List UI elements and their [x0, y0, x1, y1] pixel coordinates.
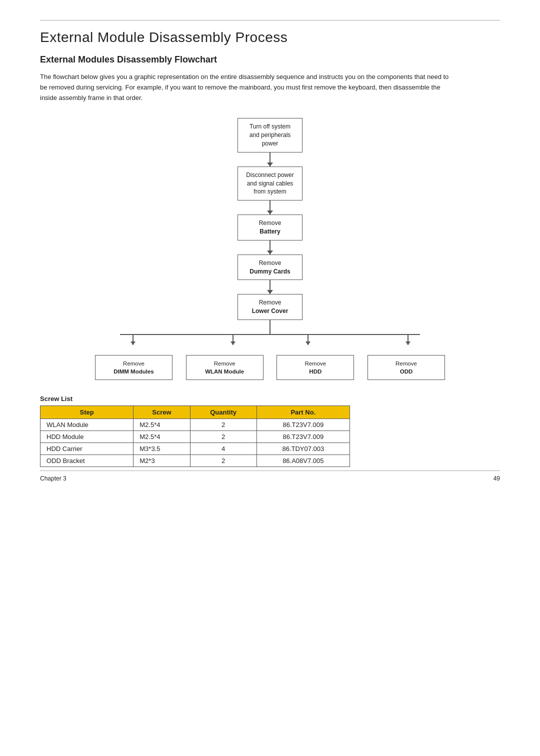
table-cell: 86.A08V7.005 — [256, 455, 350, 467]
table-cell: M2*3 — [134, 455, 190, 467]
page-title: External Module Disassembly Process — [40, 30, 500, 46]
description: The flowchart below gives you a graphic … — [40, 72, 450, 103]
branch-stem — [270, 320, 270, 334]
branch-hline — [120, 334, 420, 335]
screw-list-section: Screw List Step Screw Quantity Part No. … — [40, 395, 500, 467]
branch-section: Remove DIMM Modules Remove WLAN Module R… — [40, 320, 500, 380]
page: External Module Disassembly Process Exte… — [0, 0, 540, 497]
arrow4 — [270, 280, 270, 294]
branch-arrow-dimm — [132, 334, 134, 345]
branch-arrow-wlan — [232, 334, 234, 345]
table-cell: 86.T23V7.009 — [256, 419, 350, 431]
step3-box: Remove Battery — [238, 214, 302, 240]
table-cell: M2.5*4 — [134, 419, 190, 431]
footer-left: Chapter 3 — [40, 475, 66, 482]
table-row: WLAN ModuleM2.5*4286.T23V7.009 — [40, 419, 350, 431]
branch-wlan: Remove WLAN Module — [186, 355, 264, 380]
col-screw: Screw — [134, 406, 190, 419]
arrow1 — [270, 152, 270, 166]
step2-text: Disconnect power and signal cables from … — [246, 172, 294, 196]
table-row: ODD BracketM2*3286.A08V7.005 — [40, 455, 350, 467]
table-cell: HDD Carrier — [40, 443, 134, 455]
table-cell: 4 — [190, 443, 256, 455]
step5-text: Remove Lower Cover — [245, 299, 295, 316]
table-cell: ODD Bracket — [40, 455, 134, 467]
table-cell: M3*3.5 — [134, 443, 190, 455]
col-step: Step — [40, 406, 134, 419]
table-cell: 86.T23V7.009 — [256, 431, 350, 443]
table-row: HDD CarrierM3*3.5486.TDY07.003 — [40, 443, 350, 455]
branch-odd: Remove ODD — [368, 355, 445, 380]
step4-box: Remove Dummy Cards — [238, 254, 302, 280]
arrow3 — [270, 240, 270, 254]
flowchart: Turn off system and peripherals power Di… — [40, 118, 500, 380]
col-partno: Part No. — [256, 406, 350, 419]
branch-boxes: Remove DIMM Modules Remove WLAN Module R… — [95, 355, 445, 380]
footer: Chapter 3 49 — [40, 470, 500, 482]
table-cell: M2.5*4 — [134, 431, 190, 443]
table-cell: HDD Module — [40, 431, 134, 443]
screw-table: Step Screw Quantity Part No. WLAN Module… — [40, 406, 350, 467]
branch-arrow-odd — [408, 334, 408, 345]
step5-box: Remove Lower Cover — [238, 294, 302, 320]
table-cell: WLAN Module — [40, 419, 134, 431]
footer-right: 49 — [494, 475, 500, 482]
step1-box: Turn off system and peripherals power — [238, 118, 302, 152]
step3-text: Remove Battery — [245, 220, 295, 236]
section-title: External Modules Disassembly Flowchart — [40, 54, 500, 65]
table-row: HDD ModuleM2.5*4286.T23V7.009 — [40, 431, 350, 443]
branch-arrow-hdd — [308, 334, 308, 345]
table-cell: 2 — [190, 455, 256, 467]
table-cell: 86.TDY07.003 — [256, 443, 350, 455]
table-cell: 2 — [190, 419, 256, 431]
col-quantity: Quantity — [190, 406, 256, 419]
branch-dimm: Remove DIMM Modules — [95, 355, 172, 380]
step4-text: Remove Dummy Cards — [245, 260, 295, 276]
step2-box: Disconnect power and signal cables from … — [238, 166, 302, 200]
table-cell: 2 — [190, 431, 256, 443]
step1-text: Turn off system and peripherals power — [250, 123, 291, 147]
top-border — [40, 20, 500, 20]
arrow2 — [270, 200, 270, 214]
screw-list-title: Screw List — [40, 395, 500, 402]
branch-lines — [95, 320, 445, 345]
branch-hdd: Remove HDD — [276, 355, 354, 380]
